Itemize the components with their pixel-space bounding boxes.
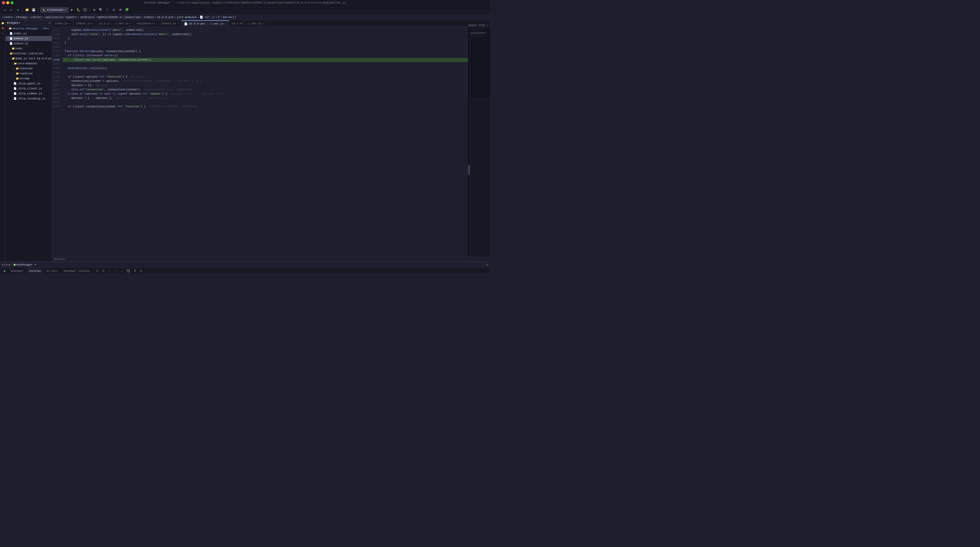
git-icon[interactable]: ⑂	[105, 7, 110, 13]
tree-item-index2js[interactable]: 📄 index2.js	[5, 36, 52, 41]
breadcrumb-item[interactable]: core-modules	[177, 16, 196, 19]
line-num: 1283	[52, 45, 61, 49]
run-button[interactable]: ▶	[69, 7, 75, 13]
up-icon[interactable]: ↑	[113, 268, 119, 274]
editor-scrollbar[interactable]	[468, 27, 470, 257]
tree-item-index3js[interactable]: 📄 index3.js	[5, 41, 52, 46]
save-button[interactable]: 💾	[31, 7, 36, 13]
tree-item-internal[interactable]: ▸ 📁 internal	[5, 66, 52, 71]
breadcrumb-item[interactable]: Users	[5, 16, 13, 19]
tree-item-ext-libs[interactable]: ▾ 📂 External Libraries	[5, 51, 52, 56]
breadcrumb-item[interactable]: zhenggl	[16, 16, 27, 19]
breadcrumb-item[interactable]: javascript	[124, 16, 141, 19]
breadcrumb-item[interactable]: 19.0.0-pre	[157, 16, 173, 19]
code-line: EventEmitter.call(this);	[63, 66, 468, 71]
breadcrumb-item[interactable]: nodejs	[144, 16, 154, 19]
tree-item-readline[interactable]: ▸ 📁 readline	[5, 71, 52, 76]
search-icon[interactable]: 🔍	[98, 7, 104, 13]
minimize-button[interactable]	[6, 1, 9, 4]
tab-close-icon[interactable]: ✕	[262, 22, 264, 25]
tree-item-nodejs-core[interactable]: ▾ 📁 Node.js Core 19.0.0-pre	[5, 56, 52, 61]
tree-root[interactable]: ▾ 📂 develop-debugger ~/Des	[5, 26, 52, 31]
settings-icon[interactable]: ⚙	[92, 7, 97, 13]
scroll-end-icon[interactable]: ↓	[107, 268, 113, 274]
folder-icon: 📁	[16, 72, 19, 75]
chevron-down-icon: ▾	[10, 57, 11, 60]
tab-index3js[interactable]: index3.js ✕	[159, 20, 181, 27]
pause-icon[interactable]: ⏸	[132, 268, 138, 274]
line-numbers: 1279 1280 1281 1282 1283 1284 1285 1286 …	[52, 27, 63, 257]
tab-close-icon[interactable]: ✕	[69, 22, 71, 25]
scrollbar-thumb[interactable]	[468, 165, 470, 175]
expand-icon[interactable]: ⊡	[486, 263, 488, 266]
structure-icon[interactable]: ⊞	[118, 7, 123, 13]
filter-icon[interactable]: ⊡	[101, 268, 106, 274]
tab-indexjs[interactable]: index.js ✕	[52, 20, 73, 27]
tab-scripts[interactable]: Scripts	[44, 268, 60, 274]
clear-console-icon[interactable]: ⊘	[94, 268, 100, 274]
tab-validators[interactable]: validators ✕	[134, 20, 159, 27]
tab-close-icon[interactable]: ✕	[92, 22, 94, 25]
plugins-icon[interactable]: 🧩	[124, 7, 130, 13]
tab-console[interactable]: Console	[27, 268, 43, 274]
titlebar: develop-debugger – ~/Library/Application…	[0, 0, 490, 5]
left-icon-strip: 📁 🔖 ⊞ ⑂	[0, 20, 5, 262]
tree-item-http-agent[interactable]: 📄 _http_agent.js	[5, 81, 52, 86]
tree-item-stream[interactable]: ▸ 📁 stream	[5, 76, 52, 81]
run-config-dropdown[interactable]: 🐛 MYDEBUGGER ▾	[40, 7, 68, 13]
breadcrumb-item[interactable]: WebStorm2020.3	[98, 16, 121, 19]
breadcrumb-item[interactable]: JetBrains	[80, 16, 95, 19]
terminal-icon[interactable]: ⊡	[111, 7, 117, 13]
stop-icon[interactable]: ⬛	[126, 268, 131, 274]
tree-item-http-common[interactable]: 📄 _http_common.js	[5, 91, 52, 96]
tree-item-indexjs[interactable]: 📄 index.js	[5, 31, 52, 36]
stop-button[interactable]: ⬛	[83, 7, 88, 13]
debug-session-name[interactable]: mydebugger	[16, 263, 33, 266]
tab-close-icon[interactable]: ✕	[154, 22, 156, 25]
breadcrumb-item-file[interactable]: 📄 net.js	[200, 16, 215, 19]
tab-12net[interactable]: 12.3.1/.../_net.js ✕	[96, 20, 134, 27]
back-button[interactable]: ◁	[2, 7, 8, 13]
file-js-icon: 📄	[10, 37, 13, 40]
breadcrumb-item[interactable]: Library	[30, 16, 42, 19]
tab-debugger-console[interactable]: Debugger Console	[61, 268, 92, 274]
tab-19net[interactable]: 📄 19.0.0-pm/.../_net.js ✕	[181, 20, 229, 27]
folder-icon: 📁	[12, 47, 15, 50]
code-content[interactable]: signal.addEventListener('abort', onAbort…	[63, 27, 468, 257]
tree-item-node[interactable]: ▸ 📁 node	[5, 46, 52, 51]
tree-item-label: _http_common.js	[17, 92, 42, 95]
vcs-icon[interactable]: ⑂	[0, 36, 5, 41]
structure-view-icon[interactable]: ⊞	[0, 31, 5, 35]
breadcrumb-item-function[interactable]: Server()	[223, 16, 236, 19]
tab-close-icon[interactable]: ✕	[177, 22, 179, 25]
code-line: }	[63, 41, 468, 45]
tab-debugger[interactable]: Debugger	[8, 268, 26, 274]
maximize-button[interactable]	[11, 1, 14, 4]
code-line	[63, 71, 468, 75]
tree-item-core-modules[interactable]: ▾ 📁 core-modules	[5, 61, 52, 66]
tree-item-http-incoming[interactable]: 📄 _http_incoming.js	[5, 96, 52, 101]
close-session-icon[interactable]: ✕	[35, 263, 36, 266]
bookmark-icon[interactable]: 🔖	[0, 26, 5, 30]
chevron-down-icon: ▾	[6, 27, 8, 30]
forward-button[interactable]: ▷	[8, 7, 14, 13]
tab-close-icon[interactable]: ✕	[130, 22, 131, 25]
tab-index2js[interactable]: index2.js ✕	[73, 20, 96, 27]
breadcrumb-item[interactable]: f	[218, 16, 220, 19]
down-icon[interactable]: ↓	[119, 268, 125, 274]
close-button[interactable]	[2, 1, 5, 4]
tree-settings-icon[interactable]: ⚙	[49, 22, 50, 25]
tab-close-icon[interactable]: ✕	[225, 22, 226, 25]
more-options-icon[interactable]: ⋮	[482, 263, 485, 266]
open-button[interactable]: 📁	[24, 7, 30, 13]
reader-mode-btn[interactable]: Reader Mode ✓	[468, 24, 490, 27]
debug-button[interactable]: 🐛	[76, 7, 81, 13]
project-icon[interactable]: 📁	[0, 21, 5, 25]
refresh-button[interactable]: ↺	[15, 7, 21, 13]
breadcrumb-item[interactable]: Application Support	[45, 16, 76, 19]
traffic-lights[interactable]	[2, 1, 14, 4]
tab-18net[interactable]: 18.7.0/.../_net.js ✕	[229, 20, 267, 27]
settings2-icon[interactable]: ⚙	[138, 268, 144, 274]
resume-button[interactable]: ▶	[2, 268, 8, 274]
tree-item-http-client[interactable]: 📄 _http_client.js	[5, 86, 52, 91]
